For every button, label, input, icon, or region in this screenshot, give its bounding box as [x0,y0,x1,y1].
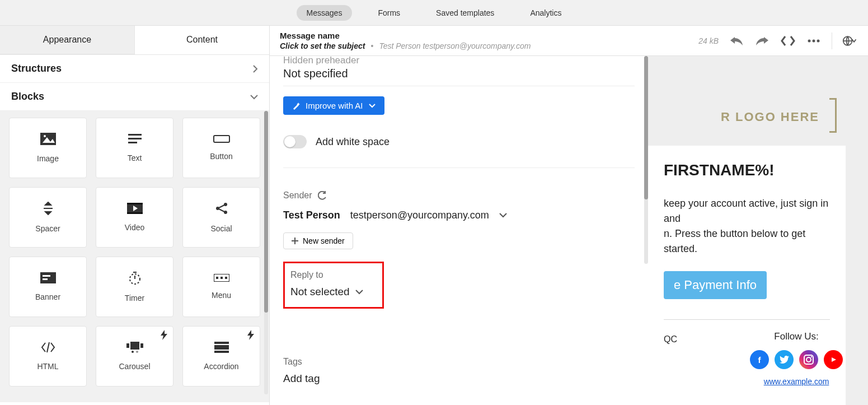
settings-panel: Hidden preheader Not specified Improve w… [270,56,648,405]
block-social-label: Social [210,224,232,233]
settings-scrollbar-thumb[interactable] [644,56,648,199]
toolbar-separator [832,32,832,49]
reply-to-highlight: Reply to Not selected [283,262,384,309]
svg-rect-27 [214,342,229,344]
carousel-icon [126,342,143,353]
language-button[interactable] [842,33,858,49]
block-text[interactable]: Text [96,118,173,178]
logo-placeholder-text: R LOGO HERE [721,110,819,124]
hidden-preheader-label: Hidden preheader [283,56,635,66]
reply-to-value: Not selected [290,286,350,298]
hidden-preheader-value[interactable]: Not specified [283,67,635,86]
block-video-label: Video [125,223,145,232]
section-structures-label: Structures [11,63,62,75]
accordion-icon [214,342,229,353]
svg-rect-20 [220,277,223,279]
timer-icon [128,271,142,285]
redo-button[interactable] [754,33,770,49]
tags-label: Tags [283,357,635,367]
block-carousel[interactable]: Carousel [96,326,173,387]
svg-rect-15 [43,275,50,277]
share-icon [215,202,228,215]
block-image[interactable]: Image [9,118,87,178]
youtube-icon[interactable] [824,350,843,369]
website-link[interactable]: www.example.com [764,377,829,386]
svg-rect-10 [127,212,143,214]
test-sender-label: Test Person testperson@yourcompany.com [379,41,531,50]
block-video[interactable]: Video [96,187,173,248]
section-structures[interactable]: Structures [0,55,269,83]
sidebar: Appearance Content Structures Blocks Ima… [0,26,270,405]
block-carousel-label: Carousel [119,362,150,371]
svg-point-30 [808,39,811,42]
code-view-button[interactable] [780,33,796,49]
svg-rect-29 [214,351,229,353]
svg-rect-24 [140,343,143,348]
block-banner-label: Banner [35,292,60,301]
improve-with-ai-button[interactable]: Improve with AI [283,96,384,115]
new-sender-label: New sender [303,236,345,245]
svg-rect-23 [126,343,129,348]
blocks-grid: Image Text Button [0,111,269,402]
banner-icon [40,272,56,283]
editor-toolbar: Message name Click to set the subject • … [270,26,868,56]
new-sender-button[interactable]: New sender [283,232,353,249]
twitter-icon[interactable] [775,350,794,369]
block-html[interactable]: HTML [9,326,87,387]
separator-dot: • [370,41,373,50]
facebook-icon[interactable]: f [750,350,769,369]
improve-with-ai-label: Improve with AI [306,101,363,110]
reply-to-label: Reply to [290,270,377,280]
tab-messages[interactable]: Messages [297,5,353,21]
section-blocks-label: Blocks [11,91,44,103]
undo-button[interactable] [729,33,744,49]
add-white-space-toggle[interactable] [283,135,307,148]
email-preview: R LOGO HERE FIRSTNAME%! keep your accoun… [648,56,868,405]
reply-to-dropdown[interactable]: Not selected [290,286,377,298]
sender-name: Test Person [283,210,340,221]
svg-point-36 [811,356,812,357]
block-spacer-label: Spacer [35,224,60,233]
block-menu[interactable]: Menu [182,257,260,317]
add-tag-input[interactable]: Add tag [283,373,635,385]
svg-rect-4 [128,138,142,139]
svg-rect-5 [128,142,137,143]
block-accordion[interactable]: Accordion [182,326,260,387]
svg-rect-9 [127,203,143,204]
bracket-icon [824,98,837,136]
svg-point-35 [806,357,811,362]
sender-email: testperson@yourcompany.com [350,210,489,221]
section-blocks[interactable]: Blocks [0,83,269,111]
svg-rect-14 [40,272,56,283]
preview-cta-button[interactable]: e Payment Info [664,271,767,299]
block-button[interactable]: Button [182,118,260,178]
sidebar-tab-content[interactable]: Content [135,26,269,54]
spacer-icon [43,202,54,215]
block-text-label: Text [128,153,142,162]
refresh-icon[interactable] [318,191,327,200]
instagram-icon[interactable] [799,350,818,369]
menu-icon [214,274,229,282]
message-name-label[interactable]: Message name [280,31,531,40]
block-image-label: Image [37,154,59,163]
tab-analytics[interactable]: Analytics [520,5,571,21]
chevron-down-icon [250,94,258,100]
svg-rect-19 [216,277,218,279]
block-social[interactable]: Social [182,187,260,248]
blocks-scrollbar-thumb[interactable] [264,111,268,313]
block-banner[interactable]: Banner [9,257,87,317]
tab-saved-templates[interactable]: Saved templates [426,5,504,21]
block-spacer[interactable]: Spacer [9,187,87,248]
chevron-down-icon [355,290,363,295]
logo-placeholder[interactable]: R LOGO HERE [721,98,837,136]
svg-rect-16 [43,278,48,280]
more-menu-button[interactable] [806,33,822,49]
sidebar-tab-appearance[interactable]: Appearance [0,26,135,54]
subject-placeholder[interactable]: Click to set the subject [280,41,365,50]
block-menu-label: Menu [212,291,231,300]
block-timer[interactable]: Timer [96,257,173,317]
sender-dropdown[interactable]: Test Person testperson@yourcompany.com [283,210,635,221]
block-button-label: Button [210,152,232,161]
tab-forms[interactable]: Forms [368,5,410,21]
svg-point-31 [813,39,815,42]
